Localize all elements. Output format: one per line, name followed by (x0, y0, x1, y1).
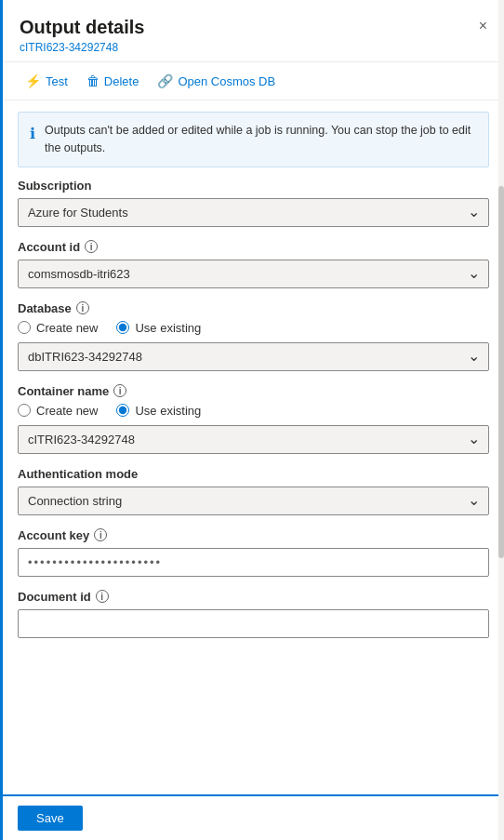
database-field: Database i Create new Use existing dbITR… (18, 301, 489, 371)
container-name-field: Container name i Create new Use existing… (18, 384, 489, 454)
test-label: Test (46, 74, 68, 88)
output-details-panel: Output details cITRI623-34292748 × ⚡ Tes… (0, 0, 504, 840)
account-id-dropdown[interactable]: comsmosdb-itri623 (18, 260, 489, 288)
account-key-field: Account key i (18, 528, 489, 577)
subscription-label: Subscription (18, 179, 489, 193)
document-id-input[interactable] (18, 609, 489, 638)
database-create-new-label: Create new (36, 321, 98, 335)
database-create-new-radio[interactable] (18, 321, 31, 334)
document-id-field: Document id i (18, 590, 489, 638)
container-dropdown-wrapper: cITRI623-34292748 (18, 425, 489, 454)
account-key-input[interactable] (18, 548, 489, 577)
test-button[interactable]: ⚡ Test (18, 70, 75, 92)
database-radio-group: Create new Use existing (18, 321, 489, 335)
document-id-info-icon: i (96, 590, 109, 603)
account-id-field: Account id i comsmosdb-itri623 (18, 240, 489, 288)
save-button[interactable]: Save (18, 806, 83, 831)
database-info-icon: i (76, 301, 89, 314)
delete-button[interactable]: 🗑 Delete (79, 70, 147, 92)
subscription-dropdown-wrapper: Azure for Students (18, 198, 489, 227)
database-label: Database i (18, 301, 489, 315)
panel-header: Output details cITRI623-34292748 × (3, 0, 504, 62)
subscription-dropdown[interactable]: Azure for Students (18, 198, 489, 227)
panel-subtitle: cITRI623-34292748 (20, 41, 489, 54)
account-id-dropdown-wrapper: comsmosdb-itri623 (18, 260, 489, 288)
banner-info-icon: ℹ (30, 123, 35, 157)
container-create-new-radio[interactable] (18, 404, 31, 417)
authentication-mode-label: Authentication mode (18, 467, 489, 481)
banner-message: Outputs can't be added or edited while a… (45, 122, 477, 157)
authentication-mode-field: Authentication mode Connection string (18, 467, 489, 515)
container-dropdown[interactable]: cITRI623-34292748 (18, 425, 489, 454)
database-create-new-option[interactable]: Create new (18, 321, 98, 335)
toolbar: ⚡ Test 🗑 Delete 🔗 Open Cosmos DB (3, 62, 504, 100)
subscription-field: Subscription Azure for Students (18, 179, 489, 227)
database-dropdown[interactable]: dbITRI623-34292748 (18, 342, 489, 371)
database-use-existing-label: Use existing (135, 321, 201, 335)
database-dropdown-wrapper: dbITRI623-34292748 (18, 342, 489, 371)
open-cosmos-button[interactable]: 🔗 Open Cosmos DB (150, 70, 283, 92)
authentication-mode-dropdown-wrapper: Connection string (18, 487, 489, 515)
scrollbar[interactable] (498, 0, 504, 840)
open-cosmos-label: Open Cosmos DB (178, 74, 275, 88)
scrollbar-thumb (498, 186, 504, 558)
account-id-label: Account id i (18, 240, 489, 254)
container-radio-group: Create new Use existing (18, 404, 489, 418)
container-name-info-icon: i (113, 384, 126, 397)
save-bar: Save (3, 794, 504, 840)
container-create-new-label: Create new (36, 404, 98, 418)
container-create-new-option[interactable]: Create new (18, 404, 98, 418)
account-key-label: Account key i (18, 528, 489, 542)
container-name-label: Container name i (18, 384, 489, 398)
container-use-existing-label: Use existing (135, 404, 201, 418)
container-use-existing-option[interactable]: Use existing (116, 404, 201, 418)
link-icon: 🔗 (157, 73, 173, 88)
panel-title: Output details (20, 17, 489, 38)
delete-icon: 🗑 (86, 73, 99, 88)
database-use-existing-option[interactable]: Use existing (116, 321, 201, 335)
container-use-existing-radio[interactable] (116, 404, 129, 417)
form-content: Subscription Azure for Students Account … (3, 179, 504, 795)
document-id-label: Document id i (18, 590, 489, 604)
database-use-existing-radio[interactable] (116, 321, 129, 334)
close-button[interactable]: × (475, 15, 491, 37)
account-id-info-icon: i (85, 240, 98, 253)
delete-label: Delete (104, 74, 139, 88)
account-key-info-icon: i (94, 528, 107, 541)
authentication-mode-dropdown[interactable]: Connection string (18, 487, 489, 515)
info-banner: ℹ Outputs can't be added or edited while… (18, 112, 489, 167)
test-icon: ⚡ (25, 73, 41, 88)
